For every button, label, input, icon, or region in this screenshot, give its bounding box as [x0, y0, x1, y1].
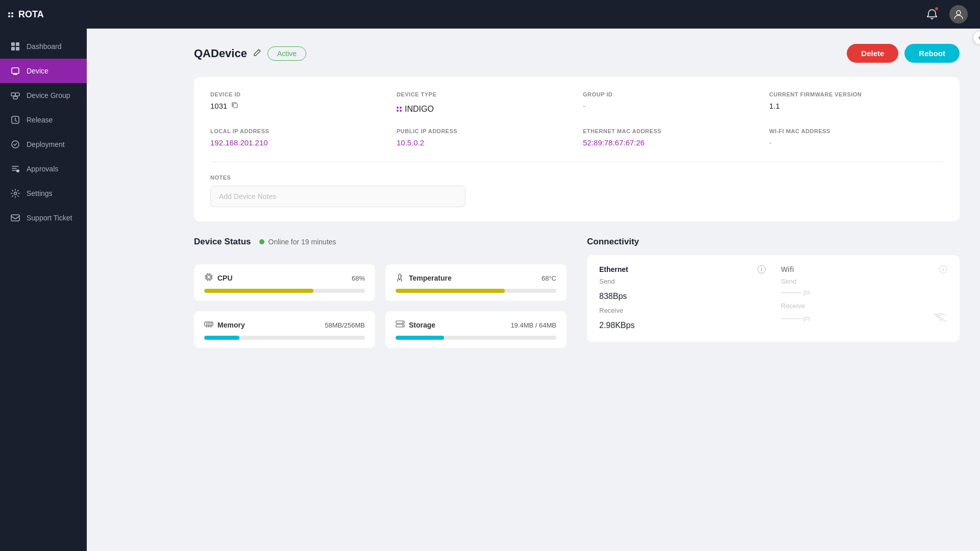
connectivity-title: Connectivity	[587, 237, 639, 246]
wifi-receive-label: Receive	[781, 302, 947, 310]
field-firmware-label: CURRENT FIRMWARE VERSION	[769, 91, 943, 97]
sidebar-item-dashboard[interactable]: Dashboard	[0, 34, 87, 59]
sidebar-item-device-label: Device	[27, 67, 48, 75]
notes-input[interactable]	[210, 186, 465, 207]
device-status-section: Device Status Online for 19 minutes	[194, 237, 567, 348]
field-device-id-value: 1031	[210, 102, 227, 110]
notifications-button[interactable]	[923, 5, 941, 23]
main-content: QADevice Active Delete Reboot DEVICE ID …	[174, 29, 980, 551]
status-connectivity-section: Device Status Online for 19 minutes	[194, 237, 960, 348]
field-group-id-value: -	[583, 102, 585, 110]
wifi-section: Wifi i Send ——ps Receive ——ps	[781, 265, 947, 332]
sidebar-item-support-ticket[interactable]: Support Ticket	[0, 206, 87, 230]
field-firmware: CURRENT FIRMWARE VERSION 1.1	[769, 91, 943, 114]
svg-point-41	[402, 325, 403, 327]
svg-rect-30	[205, 322, 213, 326]
field-group-id: GROUP ID -	[583, 91, 757, 114]
notes-section: NOTES	[210, 174, 943, 207]
device-status-title: Device Status	[194, 237, 251, 247]
wifi-send-label: Send	[781, 278, 947, 285]
memory-progress-bar	[204, 336, 365, 340]
metric-memory-header: Memory 58MB/256MB	[204, 319, 365, 331]
svg-rect-3	[16, 47, 19, 51]
delete-button[interactable]: Delete	[847, 44, 898, 63]
sidebar-item-settings-label: Settings	[27, 189, 53, 197]
metric-cpu-header: CPU 68%	[204, 272, 365, 284]
device-info-grid: DEVICE ID 1031 DEVICE TYPE	[210, 91, 943, 147]
storage-progress-bar	[396, 336, 556, 340]
memory-value: 58MB/256MB	[325, 321, 365, 329]
metric-temp-header: Temperature 68°C	[396, 272, 556, 284]
storage-progress-fill	[396, 336, 444, 340]
metric-memory: Memory 58MB/256MB	[194, 311, 375, 348]
svg-rect-9	[13, 96, 17, 99]
svg-rect-14	[11, 215, 19, 221]
ethernet-receive-value: 2.98KBps	[599, 315, 766, 332]
release-icon	[10, 115, 20, 125]
sidebar-item-support-ticket-label: Support Ticket	[27, 214, 72, 222]
svg-rect-8	[15, 93, 19, 96]
svg-point-13	[14, 192, 17, 195]
reboot-button[interactable]: Reboot	[904, 44, 960, 63]
deployment-icon	[10, 139, 20, 149]
cpu-icon	[204, 272, 213, 284]
device-info-card: DEVICE ID 1031 DEVICE TYPE	[194, 77, 960, 221]
field-device-type: DEVICE TYPE INDIGO	[397, 91, 571, 114]
field-public-ip-value: 10.5.0.2	[397, 138, 424, 147]
device-title-area: QADevice Active	[194, 46, 306, 61]
wifi-title: Wifi i	[781, 265, 947, 273]
status-badge: Active	[267, 46, 306, 61]
sidebar-item-approvals-label: Approvals	[27, 165, 58, 173]
support-icon	[10, 213, 20, 223]
sidebar: ROTA Dashboard	[0, 0, 87, 551]
wifi-receive-value: ——ps	[781, 312, 811, 324]
temp-label: Temperature	[409, 274, 452, 282]
svg-point-40	[402, 322, 403, 323]
field-public-ip-label: PUBLIC IP ADDRESS	[397, 128, 571, 134]
svg-rect-18	[207, 276, 210, 279]
online-dot	[259, 239, 264, 244]
cpu-progress-bar	[204, 289, 365, 293]
sidebar-item-device[interactable]: Device	[0, 59, 87, 83]
online-text: Online for 19 minutes	[268, 238, 336, 246]
svg-point-27	[399, 279, 401, 280]
wifi-info-icon[interactable]: i	[939, 265, 947, 273]
cpu-progress-fill	[204, 289, 313, 293]
sidebar-item-device-group[interactable]: Device Group	[0, 83, 87, 108]
connectivity-card: Ethernet i Send 838Bps Receive 2.98KBps	[587, 255, 960, 342]
device-header: QADevice Active Delete Reboot	[194, 44, 960, 63]
sidebar-item-release-label: Release	[27, 116, 53, 124]
sidebar-item-approvals[interactable]: Approvals	[0, 157, 87, 181]
topbar	[87, 0, 980, 29]
edit-device-icon[interactable]	[253, 48, 261, 59]
copy-device-id-icon[interactable]	[231, 102, 238, 110]
field-ethernet-mac-label: ETHERNET MAC ADDRESS	[583, 128, 757, 134]
online-indicator: Online for 19 minutes	[259, 238, 336, 246]
field-device-id-label: DEVICE ID	[210, 91, 384, 97]
storage-label: Storage	[409, 321, 435, 329]
approvals-icon	[10, 164, 20, 174]
ethernet-info-icon[interactable]: i	[757, 265, 766, 273]
sidebar-item-release[interactable]: Release	[0, 108, 87, 132]
indigo-dots-icon	[397, 107, 402, 112]
svg-rect-7	[11, 93, 15, 96]
ethernet-send-value: 838Bps	[599, 286, 766, 303]
storage-icon	[396, 319, 405, 331]
ethernet-receive-label: Receive	[599, 307, 766, 314]
sidebar-item-deployment[interactable]: Deployment	[0, 132, 87, 157]
sidebar-item-settings[interactable]: Settings	[0, 181, 87, 206]
field-ethernet-mac-value: 52:89:78:67:67:26	[583, 138, 645, 147]
info-divider	[210, 162, 943, 162]
grid-icon	[10, 41, 20, 52]
field-firmware-value: 1.1	[769, 102, 780, 110]
svg-rect-2	[11, 47, 15, 51]
field-wifi-mac: WI-FI MAC ADDRESS -	[769, 128, 943, 147]
ethernet-section: Ethernet i Send 838Bps Receive 2.98KBps	[599, 265, 766, 332]
field-public-ip: PUBLIC IP ADDRESS 10.5.0.2	[397, 128, 571, 147]
user-avatar[interactable]	[949, 5, 968, 23]
field-device-type-label: DEVICE TYPE	[397, 91, 571, 97]
wifi-send-value: ——ps	[781, 286, 947, 298]
field-local-ip-label: LOCAL IP ADDRESS	[210, 128, 384, 134]
logo-icon	[8, 12, 13, 17]
sidebar-item-deployment-label: Deployment	[27, 140, 65, 148]
